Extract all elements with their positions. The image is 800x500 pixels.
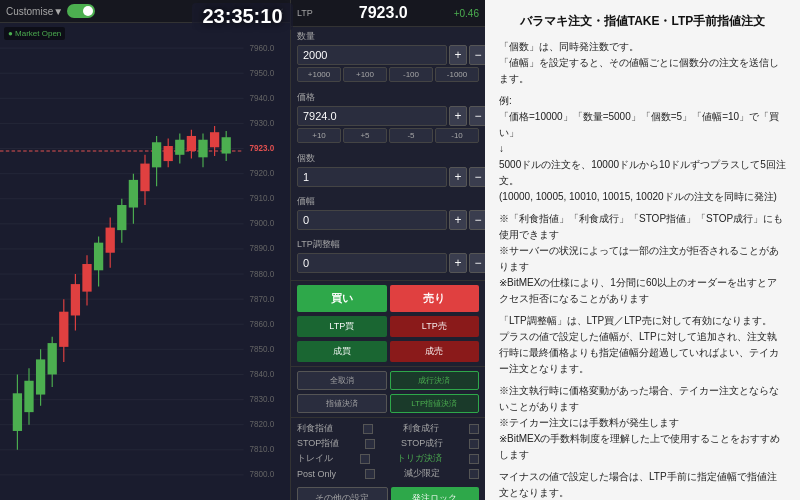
ltp-adj-plus-btn[interactable]: + — [449, 253, 467, 273]
qty-quick-3[interactable]: -100 — [389, 67, 433, 82]
customise-button[interactable]: Customise▼ — [6, 4, 95, 18]
count-label: 個数 — [297, 152, 479, 165]
chart-svg: 7960.0 7950.0 7940.0 7930.0 7923.0 7920.… — [0, 23, 290, 500]
svg-text:7923.0: 7923.0 — [249, 143, 274, 153]
svg-text:7830.0: 7830.0 — [249, 394, 274, 404]
svg-text:7960.0: 7960.0 — [249, 42, 274, 52]
text-para-2: ※「利食指値」「利食成行」「STOP指値」「STOP成行」にも使用できます ※サ… — [499, 211, 786, 307]
text-para-1: 例: 「価格=10000」「数量=5000」「個数=5」「値幅=10」で「買い」… — [499, 93, 786, 205]
lock-button[interactable]: 発注ロック — [391, 487, 480, 500]
quantity-section: 数量 + − +1000 +100 -100 -1000 — [291, 27, 485, 88]
nari-buy-sell-row: 成買 成売 — [297, 341, 479, 362]
price-section: 価格 + − +10 +5 -5 -10 — [291, 88, 485, 149]
ltp-adj-label: LTP調整幅 — [297, 238, 479, 251]
chart-panel: Customise▼ ⤢ ✕ ● Market Open — [0, 0, 290, 500]
qty-quick-2[interactable]: +100 — [343, 67, 387, 82]
range-input[interactable] — [297, 210, 447, 230]
svg-text:7900.0: 7900.0 — [249, 218, 274, 228]
svg-rect-44 — [48, 343, 57, 374]
price-quick-btns: +10 +5 -5 -10 — [297, 128, 479, 143]
ltp-limit-close-button[interactable]: LTP指値決済 — [390, 394, 480, 413]
price-quick-4[interactable]: -10 — [435, 128, 479, 143]
nari-buy-button[interactable]: 成買 — [297, 341, 387, 362]
range-minus-btn[interactable]: − — [469, 210, 485, 230]
price-minus-btn[interactable]: − — [469, 106, 485, 126]
svg-rect-40 — [24, 381, 33, 412]
count-minus-btn[interactable]: − — [469, 167, 485, 187]
quantity-minus-btn[interactable]: − — [469, 45, 485, 65]
post-only-label: Post Only — [297, 469, 336, 479]
svg-rect-56 — [117, 205, 126, 230]
options-section: 利食指値 利食成行 STOP指値 STOP成行 トレイル トリガ決済 Post … — [291, 420, 485, 484]
text-panel-title: バラマキ注文・指値TAKE・LTP手前指値注文 — [499, 12, 786, 31]
trail-checkbox[interactable] — [360, 454, 370, 464]
svg-text:7910.0: 7910.0 — [249, 193, 274, 203]
svg-rect-58 — [129, 180, 138, 208]
svg-text:7860.0: 7860.0 — [249, 318, 274, 328]
qty-quick-1[interactable]: +1000 — [297, 67, 341, 82]
svg-text:7880.0: 7880.0 — [249, 268, 274, 278]
qty-quick-4[interactable]: -1000 — [435, 67, 479, 82]
nari-close-button[interactable]: 成行決済 — [390, 371, 480, 390]
svg-rect-66 — [175, 140, 184, 155]
stop-shokuhi-checkbox[interactable] — [365, 439, 375, 449]
price-quick-3[interactable]: -5 — [389, 128, 433, 143]
svg-rect-74 — [222, 137, 231, 153]
gensho-label: 減少限定 — [404, 467, 440, 480]
svg-rect-68 — [187, 136, 196, 151]
ltp-buy-sell-row: LTP買 LTP売 — [297, 316, 479, 337]
limit-close-button[interactable]: 指値決済 — [297, 394, 387, 413]
torига-checkbox[interactable] — [469, 454, 479, 464]
svg-rect-54 — [106, 228, 115, 253]
svg-rect-42 — [36, 359, 45, 394]
text-para-3: 「LTP調整幅」は、LTP買／LTP売に対して有効になります。 プラスの値で設定… — [499, 313, 786, 377]
buy-sell-row: 買い 売り — [297, 285, 479, 312]
gensho-checkbox[interactable] — [469, 469, 479, 479]
ltp-sell-button[interactable]: LTP売 — [390, 316, 480, 337]
stop-shokuhi-label: STOP指値 — [297, 437, 339, 450]
quantity-plus-btn[interactable]: + — [449, 45, 467, 65]
svg-rect-62 — [152, 142, 161, 167]
count-section: 個数 + − — [291, 149, 485, 192]
ltp-adj-input-row: + − — [297, 253, 479, 273]
svg-text:7800.0: 7800.0 — [249, 469, 274, 479]
price-quick-2[interactable]: +5 — [343, 128, 387, 143]
quantity-input[interactable] — [297, 45, 447, 65]
count-input[interactable] — [297, 167, 447, 187]
sell-button[interactable]: 売り — [390, 285, 480, 312]
range-plus-btn[interactable]: + — [449, 210, 467, 230]
svg-text:7820.0: 7820.0 — [249, 419, 274, 429]
other-settings-button[interactable]: その他の設定 — [297, 487, 388, 500]
post-only-checkbox[interactable] — [365, 469, 375, 479]
rieki-shokuhi-checkbox[interactable] — [363, 424, 373, 434]
svg-rect-72 — [210, 132, 219, 147]
ltp-buy-button[interactable]: LTP買 — [297, 316, 387, 337]
rieki-nari-checkbox[interactable] — [469, 424, 479, 434]
chart-area: ● Market Open — [0, 23, 290, 500]
price-plus-btn[interactable]: + — [449, 106, 467, 126]
customise-label: Customise▼ — [6, 6, 63, 17]
text-panel: バラマキ注文・指値TAKE・LTP手前指値注文 「個数」は、同時発注数です。「値… — [485, 0, 800, 500]
svg-rect-64 — [164, 146, 173, 161]
nari-sell-button[interactable]: 成売 — [390, 341, 480, 362]
range-input-row: + − — [297, 210, 479, 230]
svg-text:7950.0: 7950.0 — [249, 67, 274, 77]
ltp-adj-minus-btn[interactable]: − — [469, 253, 485, 273]
svg-text:7870.0: 7870.0 — [249, 293, 274, 303]
settings-icon[interactable]: ✕ — [276, 6, 284, 17]
toggle-switch[interactable] — [67, 4, 95, 18]
ltp-adj-input[interactable] — [297, 253, 447, 273]
form-panel: LTP 7923.0 +0.46 数量 + − +1000 +100 -100 … — [290, 0, 485, 500]
count-plus-btn[interactable]: + — [449, 167, 467, 187]
text-para-5: マイナスの値で設定した場合は、LTP手前に指定値幅で指値注文となります。 例: … — [499, 469, 786, 500]
divider-3 — [291, 417, 485, 418]
ltp-value: 7923.0 — [359, 4, 408, 22]
ltp-adj-section: LTP調整幅 + − — [291, 235, 485, 278]
price-quick-1[interactable]: +10 — [297, 128, 341, 143]
buy-button[interactable]: 買い — [297, 285, 387, 312]
option-row-rieki-shokuhi: 利食指値 利食成行 — [297, 422, 479, 435]
stop-nari-checkbox[interactable] — [469, 439, 479, 449]
full-cancel-button[interactable]: 全取消 — [297, 371, 387, 390]
expand-icon[interactable]: ⤢ — [262, 6, 270, 17]
price-input[interactable] — [297, 106, 447, 126]
